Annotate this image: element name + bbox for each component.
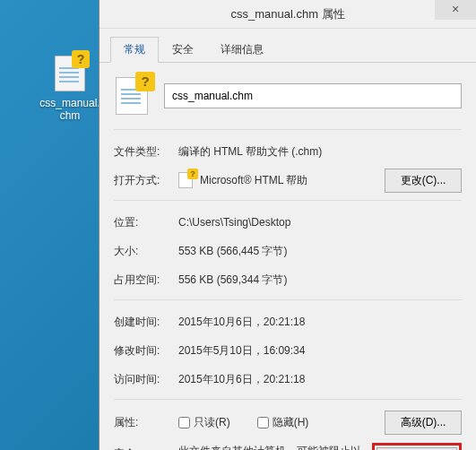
chm-file-icon: ? <box>52 54 88 93</box>
readonly-input[interactable] <box>178 417 190 428</box>
hidden-input[interactable] <box>257 417 269 428</box>
size-label: 大小: <box>114 244 178 259</box>
separator <box>114 129 462 130</box>
chm-small-icon: ? <box>178 171 195 189</box>
properties-dialog: css_manual.chm 属性 × 常规 安全 详细信息 ? 文件类型: 编… <box>99 0 476 450</box>
tabs: 常规 安全 详细信息 <box>100 29 476 63</box>
hidden-label: 隐藏(H) <box>273 415 309 430</box>
tab-security[interactable]: 安全 <box>159 37 207 63</box>
hidden-checkbox[interactable]: 隐藏(H) <box>257 415 309 430</box>
modified-value: 2015年5月10日，16:09:34 <box>178 343 462 359</box>
filetype-value: 编译的 HTML 帮助文件 (.chm) <box>178 144 462 160</box>
separator <box>114 399 462 400</box>
desktop-file-label: css_manual. chm <box>34 97 106 122</box>
window-title: css_manual.chm 属性 <box>230 6 344 22</box>
size-value: 553 KB (566,445 字节) <box>178 244 462 259</box>
desktop-area: ? css_manual. chm <box>0 0 99 450</box>
location-value: C:\Users\Tsing\Desktop <box>178 216 462 229</box>
advanced-button[interactable]: 高级(D)... <box>385 411 462 435</box>
change-button[interactable]: 更改(C)... <box>385 169 462 193</box>
created-label: 创建时间: <box>114 315 178 330</box>
security-label: 安全: <box>114 443 178 450</box>
readonly-label: 只读(R) <box>194 415 230 430</box>
created-value: 2015年10月6日，20:21:18 <box>178 315 462 330</box>
accessed-label: 访问时间: <box>114 372 178 387</box>
desktop-file-icon[interactable]: ? css_manual. chm <box>34 54 106 122</box>
unblock-highlight: 解除锁定(K) <box>372 443 462 450</box>
filename-input[interactable] <box>164 83 462 108</box>
titlebar[interactable]: css_manual.chm 属性 × <box>100 0 476 29</box>
close-button[interactable]: × <box>435 0 476 20</box>
openwith-value: Microsoft® HTML 帮助 <box>200 173 307 188</box>
dialog-body: ? 文件类型: 编译的 HTML 帮助文件 (.chm) 打开方式: ? Mic… <box>100 63 476 450</box>
file-type-icon: ? <box>114 75 151 117</box>
tab-details[interactable]: 详细信息 <box>207 37 277 63</box>
tab-general[interactable]: 常规 <box>110 37 159 63</box>
accessed-value: 2015年10月6日，20:21:18 <box>178 372 462 387</box>
sizeondisk-value: 556 KB (569,344 字节) <box>178 273 462 288</box>
location-label: 位置: <box>114 215 178 230</box>
separator <box>114 299 462 300</box>
modified-label: 修改时间: <box>114 343 178 359</box>
security-text: 此文件来自其他计算机，可能被阻止以帮助保护该计算机。 <box>178 443 372 450</box>
separator <box>114 200 462 201</box>
openwith-label: 打开方式: <box>114 173 178 188</box>
attributes-label: 属性: <box>114 415 178 430</box>
readonly-checkbox[interactable]: 只读(R) <box>178 415 230 430</box>
filetype-label: 文件类型: <box>114 144 178 160</box>
sizeondisk-label: 占用空间: <box>114 273 178 288</box>
